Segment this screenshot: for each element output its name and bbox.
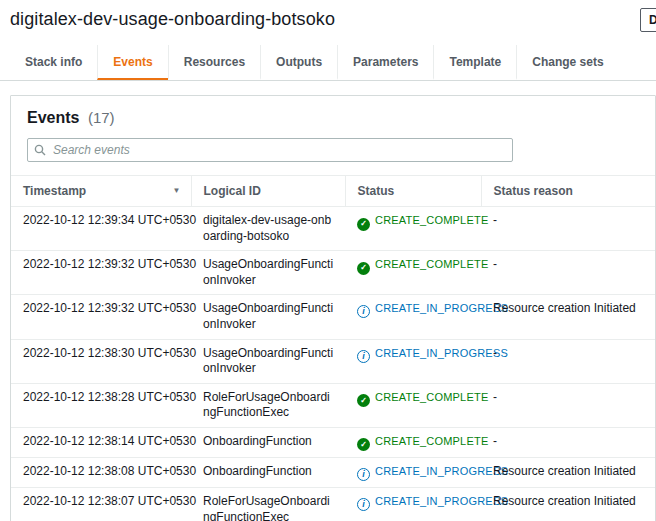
tab-change-sets[interactable]: Change sets bbox=[516, 45, 618, 80]
table-row: 2022-10-12 12:38:30 UTC+0530 UsageOnboar… bbox=[11, 339, 655, 383]
in-progress-info-icon: i bbox=[357, 350, 370, 363]
event-logical-id: OnboardingFunction bbox=[191, 427, 345, 458]
table-row: 2022-10-12 12:38:07 UTC+0530 RoleForUsag… bbox=[11, 488, 655, 521]
column-label: Status bbox=[358, 184, 395, 198]
event-status-reason: Resource creation Initiated bbox=[481, 295, 655, 339]
event-timestamp: 2022-10-12 12:39:32 UTC+0530 bbox=[11, 295, 191, 339]
tab-outputs[interactable]: Outputs bbox=[260, 45, 337, 80]
delete-button[interactable]: D bbox=[640, 8, 656, 32]
table-row: 2022-10-12 12:38:08 UTC+0530 OnboardingF… bbox=[11, 458, 655, 488]
search-row bbox=[11, 136, 655, 175]
table-row: 2022-10-12 12:39:32 UTC+0530 UsageOnboar… bbox=[11, 295, 655, 339]
event-logical-id: OnboardingFunction bbox=[191, 458, 345, 488]
column-header-timestamp[interactable]: Timestamp ▼ bbox=[11, 176, 191, 207]
event-status-reason: - bbox=[481, 251, 655, 295]
status-text: CREATE_IN_PROGRESS bbox=[375, 495, 508, 507]
events-panel: Events (17) Timestamp ▼ Logical ID S bbox=[10, 95, 656, 521]
column-header-logical-id[interactable]: Logical ID bbox=[191, 176, 345, 207]
stack-tabs: Stack infoEventsResourcesOutputsParamete… bbox=[0, 45, 656, 81]
status-text: CREATE_IN_PROGRESS bbox=[375, 347, 508, 359]
column-label: Timestamp bbox=[23, 184, 86, 198]
event-status: ✓CREATE_COMPLETE bbox=[345, 383, 481, 427]
events-title: Events bbox=[27, 109, 79, 126]
search-box[interactable] bbox=[27, 138, 513, 162]
column-label: Logical ID bbox=[204, 184, 261, 198]
event-timestamp: 2022-10-12 12:39:34 UTC+0530 bbox=[11, 207, 191, 251]
event-status: iCREATE_IN_PROGRESS bbox=[345, 339, 481, 383]
check-circle-icon: ✓ bbox=[357, 438, 370, 451]
in-progress-info-icon: i bbox=[357, 305, 370, 318]
status-text: CREATE_COMPLETE bbox=[375, 391, 488, 403]
event-logical-id: digitalex-dev-usage-onboarding-botsoko bbox=[191, 207, 345, 251]
event-status-reason: Resource creation Initiated bbox=[481, 488, 655, 521]
tab-stack-info[interactable]: Stack info bbox=[10, 45, 97, 80]
check-circle-icon: ✓ bbox=[357, 218, 370, 231]
event-status: iCREATE_IN_PROGRESS bbox=[345, 488, 481, 521]
event-timestamp: 2022-10-12 12:38:28 UTC+0530 bbox=[11, 383, 191, 427]
event-timestamp: 2022-10-12 12:38:14 UTC+0530 bbox=[11, 427, 191, 458]
event-logical-id: UsageOnboardingFunctionInvoker bbox=[191, 251, 345, 295]
event-logical-id: RoleForUsageOnboardingFunctionExec bbox=[191, 488, 345, 521]
table-row: 2022-10-12 12:39:34 UTC+0530 digitalex-d… bbox=[11, 207, 655, 251]
status-text: CREATE_IN_PROGRESS bbox=[375, 302, 508, 314]
search-input[interactable] bbox=[51, 142, 506, 158]
tab-events[interactable]: Events bbox=[97, 45, 167, 80]
event-status-reason: Resource creation Initiated bbox=[481, 458, 655, 488]
event-status-reason: - bbox=[481, 383, 655, 427]
event-timestamp: 2022-10-12 12:38:30 UTC+0530 bbox=[11, 339, 191, 383]
status-text: CREATE_COMPLETE bbox=[375, 214, 488, 226]
event-timestamp: 2022-10-12 12:39:32 UTC+0530 bbox=[11, 251, 191, 295]
event-logical-id: UsageOnboardingFunctionInvoker bbox=[191, 295, 345, 339]
event-status: iCREATE_IN_PROGRESS bbox=[345, 458, 481, 488]
events-panel-header: Events (17) bbox=[11, 96, 655, 136]
column-header-status-reason[interactable]: Status reason bbox=[481, 176, 655, 207]
event-logical-id: UsageOnboardingFunctionInvoker bbox=[191, 339, 345, 383]
event-logical-id: RoleForUsageOnboardingFunctionExec bbox=[191, 383, 345, 427]
table-row: 2022-10-12 12:38:28 UTC+0530 RoleForUsag… bbox=[11, 383, 655, 427]
events-count: (17) bbox=[88, 109, 115, 126]
event-status-reason: - bbox=[481, 427, 655, 458]
events-table: Timestamp ▼ Logical ID Status Status rea… bbox=[11, 175, 655, 521]
column-header-status[interactable]: Status bbox=[345, 176, 481, 207]
status-text: CREATE_IN_PROGRESS bbox=[375, 465, 508, 477]
sort-descending-icon[interactable]: ▼ bbox=[173, 186, 181, 195]
column-label: Status reason bbox=[494, 184, 573, 198]
status-text: CREATE_COMPLETE bbox=[375, 435, 488, 447]
tab-parameters[interactable]: Parameters bbox=[337, 45, 433, 80]
status-text: CREATE_COMPLETE bbox=[375, 258, 488, 270]
page-header: digitalex-dev-usage-onboarding-botsoko D bbox=[0, 0, 656, 41]
event-status-reason: - bbox=[481, 207, 655, 251]
check-circle-icon: ✓ bbox=[357, 394, 370, 407]
page-title: digitalex-dev-usage-onboarding-botsoko bbox=[10, 9, 335, 29]
table-row: 2022-10-12 12:39:32 UTC+0530 UsageOnboar… bbox=[11, 251, 655, 295]
in-progress-info-icon: i bbox=[357, 468, 370, 481]
event-timestamp: 2022-10-12 12:38:07 UTC+0530 bbox=[11, 488, 191, 521]
event-status: ✓CREATE_COMPLETE bbox=[345, 207, 481, 251]
tab-template[interactable]: Template bbox=[433, 45, 516, 80]
event-status: iCREATE_IN_PROGRESS bbox=[345, 295, 481, 339]
in-progress-info-icon: i bbox=[357, 498, 370, 511]
event-status: ✓CREATE_COMPLETE bbox=[345, 427, 481, 458]
event-status: ✓CREATE_COMPLETE bbox=[345, 251, 481, 295]
table-row: 2022-10-12 12:38:14 UTC+0530 OnboardingF… bbox=[11, 427, 655, 458]
table-header-row: Timestamp ▼ Logical ID Status Status rea… bbox=[11, 176, 655, 207]
event-timestamp: 2022-10-12 12:38:08 UTC+0530 bbox=[11, 458, 191, 488]
check-circle-icon: ✓ bbox=[357, 262, 370, 275]
search-icon bbox=[34, 144, 46, 156]
tab-resources[interactable]: Resources bbox=[168, 45, 260, 80]
